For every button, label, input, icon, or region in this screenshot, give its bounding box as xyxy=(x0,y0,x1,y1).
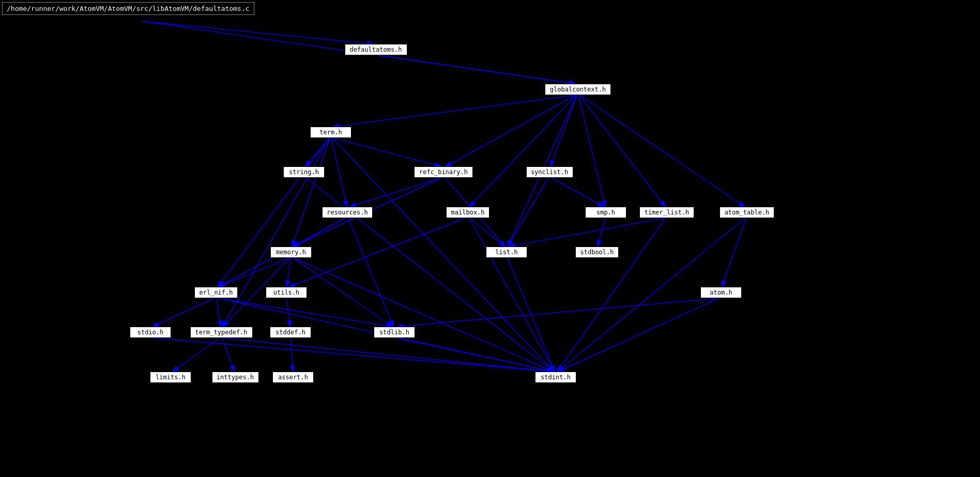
node-erl_nif_h: erl_nif.h xyxy=(194,287,238,298)
svg-line-39 xyxy=(287,298,290,327)
node-assert_h: assert.h xyxy=(272,372,314,383)
svg-line-50 xyxy=(219,298,392,327)
svg-line-38 xyxy=(217,298,221,327)
svg-line-16 xyxy=(218,138,329,287)
svg-line-1 xyxy=(142,21,373,44)
svg-line-52 xyxy=(293,258,392,327)
svg-line-22 xyxy=(508,178,548,247)
svg-line-42 xyxy=(173,338,220,372)
dependency-graph xyxy=(0,0,980,477)
node-stdint_h: stdint.h xyxy=(535,372,576,383)
svg-line-47 xyxy=(153,338,553,372)
svg-line-31 xyxy=(557,218,665,372)
svg-line-30 xyxy=(509,218,664,247)
node-globalcontext_h: globalcontext.h xyxy=(545,84,611,95)
svg-line-43 xyxy=(222,338,234,372)
svg-line-44 xyxy=(224,338,553,372)
svg-line-4 xyxy=(333,95,575,127)
svg-line-24 xyxy=(293,218,345,247)
node-resources_h: resources.h xyxy=(322,207,373,218)
svg-line-27 xyxy=(289,218,466,287)
node-memory_h: memory.h xyxy=(270,247,312,258)
svg-line-23 xyxy=(552,178,604,207)
svg-line-29 xyxy=(598,218,605,247)
svg-line-14 xyxy=(331,138,347,207)
node-stdbool_h: stdbool.h xyxy=(575,247,619,258)
svg-line-35 xyxy=(287,258,291,287)
svg-line-45 xyxy=(290,338,293,372)
svg-line-7 xyxy=(578,95,605,207)
node-refc_binary_h: refc_binary.h xyxy=(414,166,473,178)
svg-line-28 xyxy=(469,218,554,372)
svg-line-48 xyxy=(508,258,555,372)
node-term_typedef_h: term_typedef.h xyxy=(190,327,253,338)
svg-line-34 xyxy=(218,258,288,287)
node-mailbox_h: mailbox.h xyxy=(446,207,489,218)
node-stddef_h: stddef.h xyxy=(270,327,311,338)
svg-line-3 xyxy=(378,55,575,84)
svg-line-12 xyxy=(305,138,329,166)
node-atom_h: atom.h xyxy=(700,287,742,298)
svg-line-5 xyxy=(550,95,577,166)
node-smp_h: smp.h xyxy=(585,207,626,218)
svg-line-54 xyxy=(397,298,718,327)
svg-line-51 xyxy=(152,298,213,327)
node-string_h: string.h xyxy=(283,166,325,178)
svg-line-37 xyxy=(294,258,554,372)
node-term_h: term.h xyxy=(310,127,351,138)
svg-line-9 xyxy=(580,95,745,207)
node-stdlib_h: stdlib.h xyxy=(374,327,415,338)
node-timer_list_h: timer_list.h xyxy=(639,207,694,218)
svg-line-40 xyxy=(558,298,718,372)
svg-line-8 xyxy=(579,95,665,207)
node-synclist_h: synclist.h xyxy=(526,166,573,178)
file-path-title: /home/runner/work/AtomVM/AtomVM/src/libA… xyxy=(2,2,254,15)
node-stdio_h: stdio.h xyxy=(130,327,171,338)
svg-line-19 xyxy=(350,178,441,207)
svg-line-32 xyxy=(722,218,746,287)
svg-line-15 xyxy=(292,138,330,247)
node-utils_h: utils.h xyxy=(266,287,307,298)
node-atom_table_h: atom_table.h xyxy=(719,207,774,218)
svg-line-6 xyxy=(469,95,576,207)
node-inttypes_h: inttypes.h xyxy=(212,372,259,383)
svg-line-26 xyxy=(469,218,504,247)
svg-line-11 xyxy=(446,95,575,166)
svg-line-53 xyxy=(348,218,393,327)
node-defaultatoms_h: defaultatoms.h xyxy=(345,44,407,55)
svg-line-13 xyxy=(333,138,441,166)
node-list_h: list.h xyxy=(486,247,527,258)
node-limits_h: limits.h xyxy=(150,372,191,383)
svg-line-46 xyxy=(397,338,553,372)
